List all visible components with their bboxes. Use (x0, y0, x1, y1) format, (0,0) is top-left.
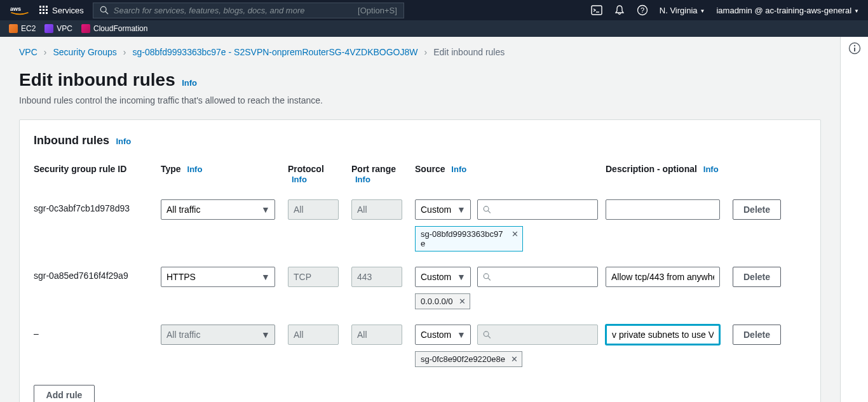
svg-rect-5 (43, 9, 44, 11)
source-mode-select[interactable]: Custom▼ (415, 267, 471, 287)
search-icon (483, 272, 491, 281)
description-input[interactable] (611, 204, 714, 215)
breadcrumb-security-group[interactable]: sg-08bfd9993363bc97e - S2SVPN-onpremRout… (133, 47, 418, 57)
region-selector[interactable]: N. Virginia (660, 6, 705, 15)
source-search[interactable] (477, 267, 598, 287)
breadcrumb-current: Edit inbound rules (433, 47, 505, 57)
source-token-text: sg-08bfd9993363bc97e (421, 229, 506, 248)
description-field[interactable] (606, 325, 720, 345)
chevron-right-icon: › (44, 47, 47, 57)
panel-title: Inbound rules (34, 134, 109, 147)
source-mode-select[interactable]: Custom▼ (415, 199, 471, 220)
table-header-row: Security group rule ID Type Info Protoco… (34, 159, 806, 192)
search-icon (100, 6, 109, 15)
fav-ec2[interactable]: EC2 (9, 24, 36, 33)
source-input[interactable] (495, 272, 593, 282)
fav-vpc-label: VPC (57, 24, 72, 33)
delete-button[interactable]: Delete (733, 199, 781, 220)
description-input[interactable] (611, 272, 714, 282)
type-select[interactable]: HTTPS▼ (161, 267, 275, 287)
fav-vpc[interactable]: VPC (44, 24, 72, 33)
global-search[interactable]: Search for services, features, blogs, do… (93, 3, 404, 18)
th-port-info[interactable]: Info (355, 175, 370, 184)
svg-text:?: ? (641, 6, 644, 14)
svg-rect-7 (39, 12, 41, 14)
rule-id: sgr-0c3abf7cb1d978d93 (34, 199, 161, 213)
services-link[interactable]: Services (52, 6, 84, 15)
help-icon[interactable]: ? (637, 4, 648, 16)
port-field: 443 (351, 267, 402, 287)
source-search[interactable] (477, 199, 598, 220)
chevron-right-icon: › (123, 47, 126, 57)
breadcrumb-security-groups[interactable]: Security Groups (53, 47, 116, 57)
notifications-icon[interactable] (614, 4, 625, 16)
svg-rect-1 (39, 6, 41, 8)
remove-token-icon[interactable]: ✕ (512, 229, 519, 239)
delete-button[interactable]: Delete (733, 267, 781, 287)
table-row: sgr-0a85ed7616f4f29a9HTTPS▼TCP443Custom▼… (34, 259, 806, 317)
add-rule-button[interactable]: Add rule (34, 385, 95, 402)
source-mode-value: Custom (421, 330, 451, 340)
source-input[interactable] (495, 204, 593, 215)
type-value: All traffic (166, 204, 200, 215)
chevron-down-icon: ▼ (257, 200, 275, 219)
source-token-text: 0.0.0.0/0 (421, 297, 453, 306)
th-source-info[interactable]: Info (451, 164, 466, 174)
panel-info-link[interactable]: Info (116, 137, 131, 146)
fav-ec2-label: EC2 (21, 24, 36, 33)
type-select: All traffic▼ (161, 325, 275, 345)
source-mode-value: Custom (421, 204, 451, 215)
source-search[interactable] (477, 325, 598, 345)
th-protocol-info[interactable]: Info (292, 175, 307, 184)
cloudshell-icon[interactable] (591, 4, 602, 16)
source-input[interactable] (495, 330, 593, 340)
type-value: HTTPS (166, 272, 196, 282)
account-menu[interactable]: iamadmin @ ac-training-aws-general (716, 6, 859, 15)
description-field[interactable] (606, 199, 720, 220)
info-panel-icon[interactable] (848, 42, 861, 55)
type-value: All traffic (166, 330, 200, 340)
cfn-icon (81, 24, 90, 33)
page-info-link[interactable]: Info (182, 78, 197, 88)
page-title: Edit inbound rules (19, 70, 175, 90)
source-mode-value: Custom (421, 272, 451, 282)
breadcrumb-vpc[interactable]: VPC (19, 47, 37, 57)
fav-cfn[interactable]: CloudFormation (81, 24, 147, 33)
svg-point-20 (484, 332, 489, 337)
description-field[interactable] (606, 267, 720, 287)
vpc-icon (44, 24, 53, 33)
th-desc-info[interactable]: Info (703, 164, 719, 174)
description-input[interactable] (612, 330, 714, 340)
port-field: All (351, 325, 402, 345)
th-id: Security group rule ID (34, 164, 161, 184)
th-port: Port rangeInfo (351, 164, 415, 184)
fav-cfn-label: CloudFormation (93, 24, 147, 33)
svg-line-11 (105, 11, 108, 14)
page-content: VPC › Security Groups › sg-08bfd9993363b… (0, 37, 840, 402)
type-select[interactable]: All traffic▼ (161, 199, 275, 220)
th-type-info[interactable]: Info (187, 164, 203, 174)
svg-rect-2 (43, 6, 44, 8)
source-mode-select[interactable]: Custom▼ (415, 325, 471, 345)
th-description: Description - optional Info (606, 164, 733, 184)
th-source: Source Info (415, 164, 606, 184)
ec2-icon (9, 24, 18, 33)
svg-rect-3 (46, 6, 48, 8)
global-nav: aws Services Search for services, featur… (0, 0, 868, 20)
source-token: sg-08bfd9993363bc97e✕ (415, 226, 523, 251)
favorites-bar: EC2 VPC CloudFormation (0, 20, 868, 37)
remove-token-icon[interactable]: ✕ (459, 297, 466, 306)
aws-logo[interactable]: aws (9, 4, 31, 16)
delete-button[interactable]: Delete (733, 325, 781, 345)
remove-token-icon[interactable]: ✕ (511, 354, 518, 364)
source-token: sg-0fc8e90f2e9220e8e✕ (415, 351, 522, 367)
rules-table: Security group rule ID Type Info Protoco… (34, 159, 806, 375)
services-grid-icon[interactable] (39, 6, 48, 15)
side-info-panel (840, 37, 868, 402)
source-token-text: sg-0fc8e90f2e9220e8e (421, 354, 505, 364)
chevron-down-icon: ▼ (452, 200, 470, 219)
svg-rect-12 (592, 6, 602, 15)
svg-rect-6 (46, 9, 48, 11)
svg-rect-9 (46, 12, 48, 14)
chevron-right-icon: › (424, 47, 428, 57)
